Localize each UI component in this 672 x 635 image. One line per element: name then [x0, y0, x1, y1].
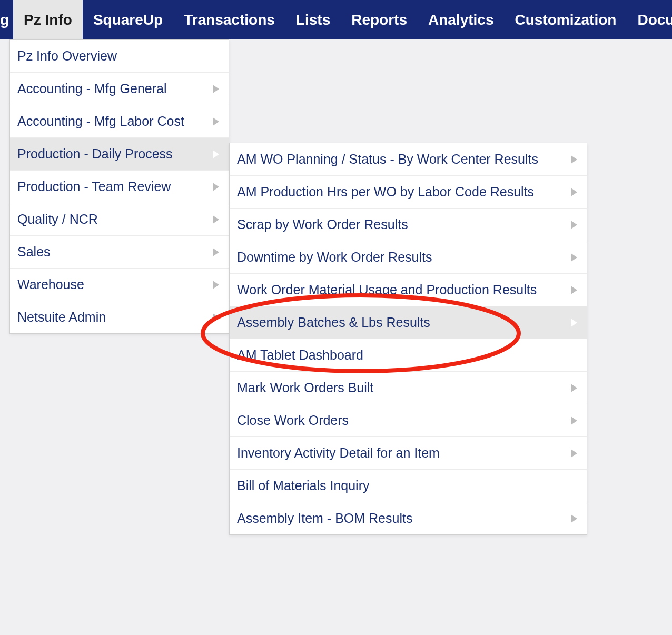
chevron-right-icon	[571, 384, 577, 392]
menu-item-overview[interactable]: Pz Info Overview	[10, 40, 229, 72]
chevron-right-icon	[213, 117, 219, 126]
menu-item-label: Scrap by Work Order Results	[237, 217, 408, 232]
menu-item-label: Close Work Orders	[237, 413, 349, 428]
submenu-item[interactable]: Close Work Orders	[230, 404, 587, 436]
nav-item-transactions[interactable]: Transactions	[173, 0, 285, 39]
nav-item-label: Customization	[515, 12, 617, 28]
menu-item-production-team[interactable]: Production - Team Review	[10, 170, 229, 203]
nav-item-label: SquareUp	[93, 12, 163, 28]
nav-item-label: Docume	[637, 12, 672, 28]
menu-item-label: Accounting - Mfg Labor Cost	[17, 114, 184, 129]
chevron-right-icon	[213, 150, 219, 158]
menu-item-warehouse[interactable]: Warehouse	[10, 268, 229, 301]
chevron-right-icon	[571, 221, 577, 229]
menu-item-label: Work Order Material Usage and Production…	[237, 282, 537, 297]
submenu-item[interactable]: Downtime by Work Order Results	[230, 241, 587, 273]
menu-item-label: Quality / NCR	[17, 212, 98, 227]
menu-item-label: Assembly Batches & Lbs Results	[237, 315, 430, 330]
nav-item-lists[interactable]: Lists	[285, 0, 341, 39]
menu-item-label: Inventory Activity Detail for an Item	[237, 445, 440, 461]
nav-item-label: Lists	[296, 12, 330, 28]
menu-item-label: Production - Daily Process	[17, 146, 173, 162]
menu-item-quality-ncr[interactable]: Quality / NCR	[10, 203, 229, 235]
submenu-item[interactable]: AM Tablet Dashboard	[230, 339, 587, 371]
menu-item-label: Downtime by Work Order Results	[237, 250, 432, 265]
chevron-right-icon	[213, 248, 219, 256]
dropdown-level1: Pz Info Overview Accounting - Mfg Genera…	[9, 39, 229, 334]
menu-item-accounting-labor[interactable]: Accounting - Mfg Labor Cost	[10, 105, 229, 137]
submenu-item[interactable]: AM WO Planning / Status - By Work Center…	[230, 143, 587, 175]
chevron-right-icon	[571, 514, 577, 523]
nav-item-pz-info[interactable]: Pz Info	[13, 0, 83, 39]
menu-item-label: AM WO Planning / Status - By Work Center…	[237, 152, 538, 167]
menu-item-sales[interactable]: Sales	[10, 235, 229, 268]
menu-item-label: Bill of Materials Inquiry	[237, 478, 369, 493]
nav-item-label: Analytics	[428, 12, 494, 28]
submenu-item[interactable]: Mark Work Orders Built	[230, 371, 587, 404]
chevron-right-icon	[571, 188, 577, 196]
chevron-right-icon	[213, 183, 219, 191]
menu-item-label: Sales	[17, 244, 51, 260]
menu-item-label: Mark Work Orders Built	[237, 380, 373, 395]
nav-item-label: Pz Info	[24, 12, 72, 28]
submenu-item-assembly-batches[interactable]: Assembly Batches & Lbs Results	[230, 306, 587, 339]
nav-item-label: Transactions	[184, 12, 275, 28]
menu-item-netsuite-admin[interactable]: Netsuite Admin	[10, 301, 229, 333]
chevron-right-icon	[213, 85, 219, 93]
menu-item-production-daily[interactable]: Production - Daily Process	[10, 137, 229, 170]
nav-item-documents[interactable]: Docume	[627, 0, 672, 39]
menu-item-label: Production - Team Review	[17, 179, 171, 194]
submenu-item[interactable]: AM Production Hrs per WO by Labor Code R…	[230, 175, 587, 208]
submenu-item[interactable]: Assembly Item - BOM Results	[230, 502, 587, 534]
chevron-right-icon	[213, 281, 219, 289]
chevron-right-icon	[571, 286, 577, 294]
submenu-item[interactable]: Scrap by Work Order Results	[230, 208, 587, 241]
menu-item-accounting-general[interactable]: Accounting - Mfg General	[10, 72, 229, 105]
chevron-right-icon	[571, 155, 577, 164]
submenu-item[interactable]: Work Order Material Usage and Production…	[230, 273, 587, 306]
menu-item-label: AM Tablet Dashboard	[237, 348, 363, 363]
dropdown-level2: AM WO Planning / Status - By Work Center…	[229, 143, 587, 535]
top-navbar: g Pz Info SquareUp Transactions Lists Re…	[0, 0, 672, 39]
menu-item-label: Assembly Item - BOM Results	[237, 511, 412, 526]
menu-item-label: Netsuite Admin	[17, 310, 106, 325]
submenu-item[interactable]: Bill of Materials Inquiry	[230, 469, 587, 502]
menu-item-label: Pz Info Overview	[17, 48, 117, 64]
menu-item-label: Warehouse	[17, 277, 84, 292]
nav-item-reports[interactable]: Reports	[341, 0, 418, 39]
chevron-right-icon	[213, 215, 219, 224]
chevron-right-icon	[571, 449, 577, 458]
nav-left-edge-fragment: g	[0, 0, 13, 39]
chevron-right-icon	[571, 319, 577, 327]
submenu-item[interactable]: Inventory Activity Detail for an Item	[230, 436, 587, 469]
menu-item-label: AM Production Hrs per WO by Labor Code R…	[237, 184, 534, 200]
nav-item-analytics[interactable]: Analytics	[418, 0, 505, 39]
nav-item-squareup[interactable]: SquareUp	[83, 0, 173, 39]
nav-item-label: Reports	[351, 12, 407, 28]
chevron-right-icon	[571, 416, 577, 425]
chevron-right-icon	[213, 313, 219, 322]
menu-item-label: Accounting - Mfg General	[17, 81, 166, 96]
chevron-right-icon	[571, 253, 577, 262]
nav-item-customization[interactable]: Customization	[505, 0, 627, 39]
